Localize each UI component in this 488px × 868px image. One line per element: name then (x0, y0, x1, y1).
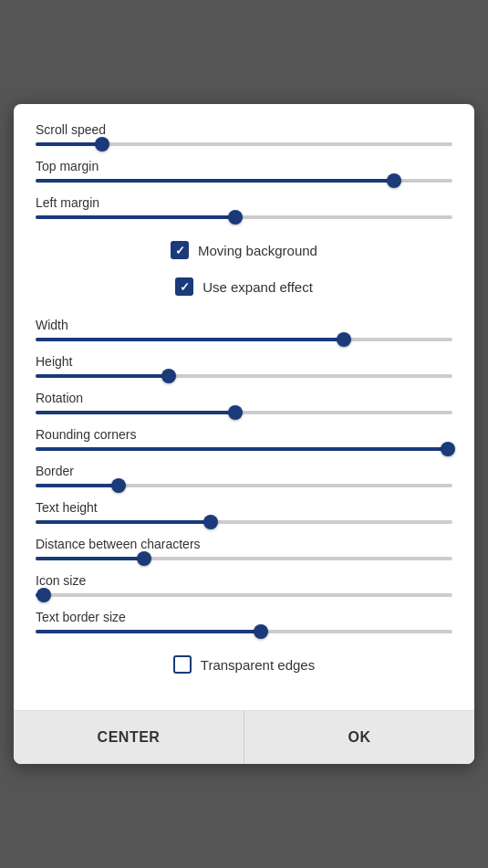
text-height-row: Text height (36, 500, 452, 524)
rounding-corners-track[interactable] (36, 447, 452, 451)
icon-size-row: Icon size (36, 573, 452, 597)
rotation-label: Rotation (36, 391, 452, 405)
left-margin-track[interactable] (36, 215, 452, 219)
height-row: Height (36, 354, 452, 378)
transparent-edges-checkbox[interactable] (173, 655, 192, 674)
dialog-content: Scroll speed Top margin Left margin (14, 104, 474, 710)
width-track[interactable] (36, 338, 452, 341)
moving-background-checkbox[interactable] (171, 241, 189, 259)
text-height-label: Text height (36, 500, 452, 515)
use-expand-effect-label: Use expand effect (202, 279, 313, 295)
distance-chars-track[interactable] (36, 557, 452, 560)
scroll-speed-label: Scroll speed (36, 122, 452, 137)
border-track[interactable] (36, 484, 452, 487)
text-height-track[interactable] (36, 520, 452, 524)
rotation-track[interactable] (36, 411, 452, 414)
dialog-footer: CENTER OK (14, 710, 474, 764)
rounding-corners-label: Rounding corners (36, 427, 452, 442)
width-label: Width (36, 318, 452, 332)
checkboxes-section: Moving background Use expand effect (36, 232, 452, 305)
border-label: Border (36, 464, 452, 478)
moving-background-row[interactable]: Moving background (171, 241, 317, 259)
use-expand-effect-checkbox[interactable] (175, 277, 193, 296)
top-margin-track[interactable] (36, 179, 452, 183)
transparent-edges-row[interactable]: Transparent edges (173, 655, 315, 674)
top-margin-row: Top margin (36, 159, 452, 183)
moving-background-label: Moving background (198, 243, 317, 258)
bottom-checkbox-section: Transparent edges (36, 646, 452, 683)
height-label: Height (36, 354, 452, 369)
rotation-row: Rotation (36, 391, 452, 414)
scroll-speed-row: Scroll speed (36, 122, 452, 146)
transparent-edges-label: Transparent edges (201, 657, 315, 673)
left-margin-label: Left margin (36, 195, 452, 210)
rounding-corners-row: Rounding corners (36, 427, 452, 451)
left-margin-row: Left margin (36, 195, 452, 219)
center-button[interactable]: CENTER (14, 711, 244, 764)
ok-button[interactable]: OK (244, 711, 474, 764)
icon-size-label: Icon size (36, 573, 452, 588)
text-border-size-row: Text border size (36, 610, 452, 633)
use-expand-effect-row[interactable]: Use expand effect (175, 277, 313, 296)
icon-size-track[interactable] (36, 593, 452, 597)
text-border-size-label: Text border size (36, 610, 452, 624)
settings-dialog: Scroll speed Top margin Left margin (14, 104, 474, 764)
border-row: Border (36, 464, 452, 487)
distance-chars-label: Distance between characters (36, 537, 452, 551)
height-track[interactable] (36, 374, 452, 378)
top-margin-label: Top margin (36, 159, 452, 173)
distance-chars-row: Distance between characters (36, 537, 452, 560)
text-border-size-track[interactable] (36, 630, 452, 633)
scroll-speed-track[interactable] (36, 142, 452, 146)
width-row: Width (36, 318, 452, 341)
